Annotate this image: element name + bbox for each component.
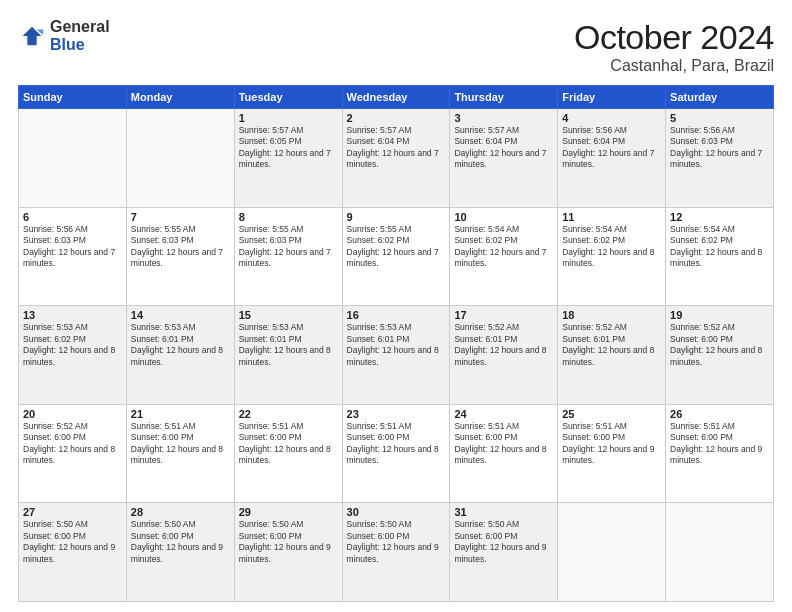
day-cell: 20Sunrise: 5:52 AMSunset: 6:00 PMDayligh… <box>19 404 127 503</box>
logo-blue: Blue <box>50 36 110 54</box>
day-number: 30 <box>347 506 446 518</box>
day-info: Sunrise: 5:51 AMSunset: 6:00 PMDaylight:… <box>239 421 331 465</box>
day-number: 11 <box>562 211 661 223</box>
day-cell: 25Sunrise: 5:51 AMSunset: 6:00 PMDayligh… <box>558 404 666 503</box>
day-info: Sunrise: 5:55 AMSunset: 6:02 PMDaylight:… <box>347 224 439 268</box>
header: General Blue October 2024 Castanhal, Par… <box>18 18 774 75</box>
day-cell: 7Sunrise: 5:55 AMSunset: 6:03 PMDaylight… <box>126 207 234 306</box>
day-info: Sunrise: 5:53 AMSunset: 6:01 PMDaylight:… <box>239 322 331 366</box>
weekday-header-thursday: Thursday <box>450 86 558 109</box>
day-cell: 31Sunrise: 5:50 AMSunset: 6:00 PMDayligh… <box>450 503 558 602</box>
day-info: Sunrise: 5:51 AMSunset: 6:00 PMDaylight:… <box>454 421 546 465</box>
day-cell <box>558 503 666 602</box>
day-cell: 10Sunrise: 5:54 AMSunset: 6:02 PMDayligh… <box>450 207 558 306</box>
day-number: 13 <box>23 309 122 321</box>
day-cell: 9Sunrise: 5:55 AMSunset: 6:02 PMDaylight… <box>342 207 450 306</box>
day-number: 31 <box>454 506 553 518</box>
day-number: 24 <box>454 408 553 420</box>
day-number: 1 <box>239 112 338 124</box>
day-number: 12 <box>670 211 769 223</box>
day-number: 22 <box>239 408 338 420</box>
day-number: 27 <box>23 506 122 518</box>
day-number: 21 <box>131 408 230 420</box>
day-cell: 12Sunrise: 5:54 AMSunset: 6:02 PMDayligh… <box>666 207 774 306</box>
location-title: Castanhal, Para, Brazil <box>574 57 774 75</box>
day-cell: 16Sunrise: 5:53 AMSunset: 6:01 PMDayligh… <box>342 306 450 405</box>
day-cell: 1Sunrise: 5:57 AMSunset: 6:05 PMDaylight… <box>234 109 342 208</box>
day-cell: 2Sunrise: 5:57 AMSunset: 6:04 PMDaylight… <box>342 109 450 208</box>
day-info: Sunrise: 5:56 AMSunset: 6:04 PMDaylight:… <box>562 125 654 169</box>
day-cell: 21Sunrise: 5:51 AMSunset: 6:00 PMDayligh… <box>126 404 234 503</box>
day-number: 9 <box>347 211 446 223</box>
day-number: 18 <box>562 309 661 321</box>
day-number: 26 <box>670 408 769 420</box>
day-info: Sunrise: 5:50 AMSunset: 6:00 PMDaylight:… <box>239 519 331 563</box>
weekday-header-wednesday: Wednesday <box>342 86 450 109</box>
weekday-header-monday: Monday <box>126 86 234 109</box>
day-cell: 14Sunrise: 5:53 AMSunset: 6:01 PMDayligh… <box>126 306 234 405</box>
day-number: 23 <box>347 408 446 420</box>
day-cell: 30Sunrise: 5:50 AMSunset: 6:00 PMDayligh… <box>342 503 450 602</box>
day-info: Sunrise: 5:53 AMSunset: 6:02 PMDaylight:… <box>23 322 115 366</box>
day-number: 29 <box>239 506 338 518</box>
day-number: 17 <box>454 309 553 321</box>
day-info: Sunrise: 5:54 AMSunset: 6:02 PMDaylight:… <box>454 224 546 268</box>
logo-icon <box>18 22 46 50</box>
day-cell: 18Sunrise: 5:52 AMSunset: 6:01 PMDayligh… <box>558 306 666 405</box>
page: General Blue October 2024 Castanhal, Par… <box>0 0 792 612</box>
day-info: Sunrise: 5:57 AMSunset: 6:05 PMDaylight:… <box>239 125 331 169</box>
day-info: Sunrise: 5:54 AMSunset: 6:02 PMDaylight:… <box>670 224 762 268</box>
weekday-header-sunday: Sunday <box>19 86 127 109</box>
weekday-header-row: SundayMondayTuesdayWednesdayThursdayFrid… <box>19 86 774 109</box>
week-row-5: 27Sunrise: 5:50 AMSunset: 6:00 PMDayligh… <box>19 503 774 602</box>
day-number: 15 <box>239 309 338 321</box>
logo-text: General Blue <box>50 18 110 53</box>
day-number: 25 <box>562 408 661 420</box>
day-cell: 22Sunrise: 5:51 AMSunset: 6:00 PMDayligh… <box>234 404 342 503</box>
week-row-1: 1Sunrise: 5:57 AMSunset: 6:05 PMDaylight… <box>19 109 774 208</box>
day-number: 28 <box>131 506 230 518</box>
week-row-2: 6Sunrise: 5:56 AMSunset: 6:03 PMDaylight… <box>19 207 774 306</box>
day-info: Sunrise: 5:52 AMSunset: 6:00 PMDaylight:… <box>670 322 762 366</box>
day-cell: 15Sunrise: 5:53 AMSunset: 6:01 PMDayligh… <box>234 306 342 405</box>
day-cell: 8Sunrise: 5:55 AMSunset: 6:03 PMDaylight… <box>234 207 342 306</box>
day-cell <box>126 109 234 208</box>
day-cell: 4Sunrise: 5:56 AMSunset: 6:04 PMDaylight… <box>558 109 666 208</box>
day-info: Sunrise: 5:55 AMSunset: 6:03 PMDaylight:… <box>239 224 331 268</box>
day-number: 5 <box>670 112 769 124</box>
day-info: Sunrise: 5:52 AMSunset: 6:00 PMDaylight:… <box>23 421 115 465</box>
day-cell <box>19 109 127 208</box>
weekday-header-tuesday: Tuesday <box>234 86 342 109</box>
week-row-4: 20Sunrise: 5:52 AMSunset: 6:00 PMDayligh… <box>19 404 774 503</box>
day-cell: 5Sunrise: 5:56 AMSunset: 6:03 PMDaylight… <box>666 109 774 208</box>
day-cell: 23Sunrise: 5:51 AMSunset: 6:00 PMDayligh… <box>342 404 450 503</box>
day-info: Sunrise: 5:50 AMSunset: 6:00 PMDaylight:… <box>454 519 546 563</box>
day-cell: 19Sunrise: 5:52 AMSunset: 6:00 PMDayligh… <box>666 306 774 405</box>
logo-general: General <box>50 18 110 36</box>
day-cell: 11Sunrise: 5:54 AMSunset: 6:02 PMDayligh… <box>558 207 666 306</box>
day-number: 4 <box>562 112 661 124</box>
weekday-header-friday: Friday <box>558 86 666 109</box>
week-row-3: 13Sunrise: 5:53 AMSunset: 6:02 PMDayligh… <box>19 306 774 405</box>
day-number: 6 <box>23 211 122 223</box>
day-info: Sunrise: 5:50 AMSunset: 6:00 PMDaylight:… <box>347 519 439 563</box>
day-cell: 3Sunrise: 5:57 AMSunset: 6:04 PMDaylight… <box>450 109 558 208</box>
day-info: Sunrise: 5:51 AMSunset: 6:00 PMDaylight:… <box>670 421 762 465</box>
title-block: October 2024 Castanhal, Para, Brazil <box>574 18 774 75</box>
day-number: 19 <box>670 309 769 321</box>
day-info: Sunrise: 5:51 AMSunset: 6:00 PMDaylight:… <box>562 421 654 465</box>
day-info: Sunrise: 5:52 AMSunset: 6:01 PMDaylight:… <box>562 322 654 366</box>
day-number: 7 <box>131 211 230 223</box>
day-cell: 24Sunrise: 5:51 AMSunset: 6:00 PMDayligh… <box>450 404 558 503</box>
day-info: Sunrise: 5:53 AMSunset: 6:01 PMDaylight:… <box>131 322 223 366</box>
day-info: Sunrise: 5:57 AMSunset: 6:04 PMDaylight:… <box>347 125 439 169</box>
calendar: SundayMondayTuesdayWednesdayThursdayFrid… <box>18 85 774 602</box>
day-info: Sunrise: 5:54 AMSunset: 6:02 PMDaylight:… <box>562 224 654 268</box>
day-info: Sunrise: 5:57 AMSunset: 6:04 PMDaylight:… <box>454 125 546 169</box>
logo: General Blue <box>18 18 110 53</box>
day-number: 10 <box>454 211 553 223</box>
day-cell <box>666 503 774 602</box>
day-cell: 13Sunrise: 5:53 AMSunset: 6:02 PMDayligh… <box>19 306 127 405</box>
day-cell: 27Sunrise: 5:50 AMSunset: 6:00 PMDayligh… <box>19 503 127 602</box>
day-info: Sunrise: 5:52 AMSunset: 6:01 PMDaylight:… <box>454 322 546 366</box>
